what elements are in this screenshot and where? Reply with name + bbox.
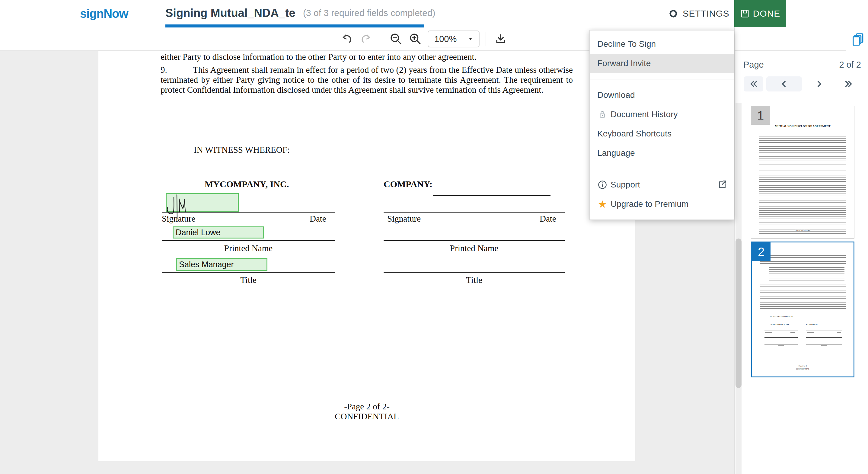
printed-name-label-right: Printed Name	[383, 243, 565, 253]
document-page-2: either Party to disclose information to …	[98, 51, 635, 461]
menu-item-forward-invite[interactable]: Forward Invite	[590, 54, 734, 73]
last-page-button[interactable]	[839, 77, 858, 91]
clause-text: This Agreement shall remain in effect fo…	[161, 65, 573, 94]
document-title-wrap: Signing Mutual_NDA_te (3 of 3 required f…	[165, 0, 435, 26]
menu-item-label: Forward Invite	[597, 59, 651, 68]
document-title: Signing Mutual_NDA_te	[165, 7, 299, 20]
title-field[interactable]: Sales Manager	[176, 258, 268, 271]
menu-item-document-history[interactable]: Document History	[590, 105, 734, 124]
download-button[interactable]	[492, 30, 509, 48]
title-label-right: Title	[383, 275, 565, 285]
title-label-left: Title	[162, 275, 335, 285]
info-circle-icon	[597, 180, 608, 189]
settings-button[interactable]: SETTINGS	[668, 0, 729, 27]
settings-dropdown-menu: Decline To Sign Forward Invite Download …	[589, 30, 734, 220]
signnow-signing-app: signNow Signing Mutual_NDA_te (3 of 3 re…	[0, 0, 868, 474]
signature-field[interactable]	[166, 193, 239, 212]
zoom-level-value: 100%	[434, 34, 457, 44]
first-page-button[interactable]	[744, 77, 763, 91]
fields-progress-bar	[165, 25, 424, 27]
thumbnails-scrollbar[interactable]	[736, 102, 742, 474]
paragraph-intro: either Party to disclose information to …	[161, 52, 573, 62]
date-label-left: Date	[310, 214, 326, 224]
title-line-left	[162, 272, 335, 273]
done-label: DONE	[753, 8, 780, 19]
menu-item-label: Decline To Sign	[597, 39, 656, 49]
required-fields-status: (3 of 3 required fields completed)	[303, 8, 435, 18]
star-icon: ★	[597, 200, 608, 209]
printed-name-label-left: Printed Name	[162, 243, 335, 253]
chevron-down-icon	[469, 38, 472, 40]
page-label: Page	[743, 60, 764, 70]
undo-button[interactable]	[338, 30, 355, 48]
panel-toolbar-divider	[846, 29, 846, 49]
menu-item-label: Document History	[611, 110, 678, 119]
save-icon	[740, 9, 749, 18]
title-line-right	[383, 272, 565, 273]
signnow-logo: signNow	[80, 0, 128, 27]
thumbnail-2-witness: IN WITNESS WHEREOF:	[770, 316, 793, 318]
thumbnail-2-left-company: MYCOMPANY, INC.	[771, 323, 790, 326]
menu-item-label: Upgrade to Premium	[611, 199, 688, 209]
signature-line-left	[162, 212, 335, 212]
lock-icon	[597, 110, 608, 119]
menu-item-label: Download	[597, 90, 635, 100]
page-thumbnail-1[interactable]: 1 MUTUAL NON-DISCLOSURE AGREEMENT CONFID…	[751, 106, 855, 238]
pages-panel: Page 2 of 2	[734, 27, 868, 474]
menu-item-upgrade-to-premium[interactable]: ★ Upgrade to Premium	[590, 195, 734, 214]
menu-item-support[interactable]: Support	[590, 175, 734, 195]
toolbar-divider	[381, 32, 381, 46]
page-footer-confidential: CONFIDENTIAL	[98, 412, 635, 421]
page-thumbnail-2-active[interactable]: 2 IN WITNESS WHEREOF: MYCOMPANY, INC. CO…	[751, 241, 855, 377]
printed-name-field[interactable]: Daniel Lowe	[173, 227, 264, 238]
signature-line-right	[383, 212, 565, 212]
printed-name-line-right	[383, 240, 565, 241]
zoom-out-button[interactable]	[387, 30, 405, 48]
menu-item-language[interactable]: Language	[590, 143, 734, 163]
date-label-right: Date	[539, 214, 556, 224]
thumbnail-1-body	[751, 134, 854, 237]
pages-panel-toggle-button[interactable]	[849, 30, 867, 48]
external-link-icon	[717, 179, 727, 189]
signature-label-right: Signature	[387, 214, 421, 224]
next-page-button[interactable]	[810, 77, 828, 91]
thumbnail-2-footer-page: -Page 2 of 2-	[752, 365, 854, 367]
toolbar-divider	[486, 32, 486, 46]
thumbnail-2-right-company: COMPANY:	[806, 323, 817, 326]
pages-panel-toolbar	[735, 27, 868, 51]
clause-number: 9.	[161, 65, 193, 75]
witness-line: IN WITNESS WHEREOF:	[194, 145, 290, 155]
redo-button[interactable]	[357, 30, 375, 48]
menu-item-download[interactable]: Download	[590, 85, 734, 105]
thumbnail-1-number: 1	[751, 106, 770, 125]
signature-label-left: Signature	[162, 214, 195, 224]
thumbnail-2-footer-confidential: CONFIDENTIAL	[752, 368, 854, 370]
previous-page-button[interactable]	[766, 77, 802, 91]
thumbnail-1-title: MUTUAL NON-DISCLOSURE AGREEMENT	[751, 125, 854, 128]
right-company-label: COMPANY:	[383, 179, 433, 189]
menu-item-label: Support	[611, 180, 640, 189]
menu-divider	[590, 169, 734, 169]
zoom-in-button[interactable]	[406, 30, 424, 48]
zoom-level-select[interactable]: 100%	[428, 30, 479, 48]
menu-item-decline-to-sign[interactable]: Decline To Sign	[590, 34, 734, 54]
toolbar-controls: 100%	[338, 27, 509, 51]
done-button[interactable]: DONE	[734, 0, 786, 27]
menu-item-keyboard-shortcuts[interactable]: Keyboard Shortcuts	[590, 124, 734, 143]
company-blank-line	[433, 195, 551, 196]
menu-item-label: Keyboard Shortcuts	[597, 129, 672, 139]
page-nav-row	[735, 77, 868, 91]
gear-icon	[668, 8, 679, 19]
page-footer-number: -Page 2 of 2-	[98, 402, 635, 412]
header: signNow Signing Mutual_NDA_te (3 of 3 re…	[0, 0, 868, 27]
left-company-name: MYCOMPANY, INC.	[205, 179, 289, 189]
thumbnail-2-number: 2	[752, 242, 771, 261]
menu-item-label: Language	[597, 148, 635, 158]
thumbnails-scrollbar-thumb[interactable]	[736, 238, 742, 388]
page-indicator: 2 of 2	[839, 60, 861, 70]
menu-divider	[590, 79, 734, 80]
thumbnail-1-footer: CONFIDENTIAL	[751, 229, 854, 232]
printed-name-line-left	[162, 240, 335, 241]
settings-label: SETTINGS	[683, 8, 729, 19]
paragraph-clause-9: 9.This Agreement shall remain in effect …	[161, 65, 573, 95]
